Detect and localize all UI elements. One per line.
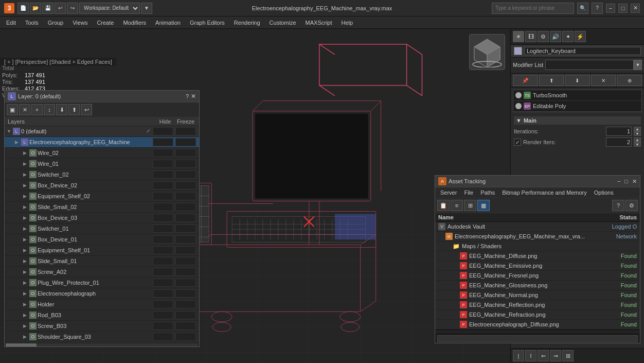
- layer-freeze-17[interactable]: [175, 311, 196, 319]
- render-iters-down[interactable]: ▼: [634, 142, 641, 147]
- layer-hide-14[interactable]: [153, 279, 173, 287]
- asset-item-2[interactable]: 📁Maps / Shaders: [435, 241, 640, 251]
- layer-hide-15[interactable]: [153, 289, 173, 298]
- asset-item-9[interactable]: PEEG_Machine_Refraction.pngFound: [435, 310, 640, 320]
- rp-bottom-5[interactable]: ⊞: [562, 350, 574, 361]
- menu-item-customize[interactable]: Customize: [265, 17, 300, 28]
- layer-freeze-5[interactable]: [175, 181, 196, 189]
- rp-bottom-1[interactable]: |: [513, 350, 524, 361]
- layer-hide-9[interactable]: [153, 224, 173, 233]
- asset-item-1[interactable]: MElectroencephalography_EEG_Machine_max_…: [435, 232, 640, 241]
- layer-item-18[interactable]: ▶OScrew_B03: [5, 321, 199, 332]
- rp-icon-3[interactable]: ⚙: [538, 31, 549, 42]
- rp-icon-4[interactable]: 🔊: [550, 31, 561, 42]
- at-btn-2[interactable]: ≡: [451, 200, 463, 211]
- asset-item-10[interactable]: PElectroencephalograph_Diffuse.pngFound: [435, 320, 640, 330]
- layer-hide-3[interactable]: [153, 160, 173, 168]
- layer-freeze-10[interactable]: [175, 235, 196, 244]
- layer-item-13[interactable]: ▶OScrew_A02: [5, 267, 199, 278]
- layer-item-2[interactable]: ▶OWire_02: [5, 148, 199, 159]
- layer-item-4[interactable]: ▶OSwitcher_02: [5, 169, 199, 180]
- asset-restore-button[interactable]: □: [624, 178, 628, 184]
- layer-freeze-6[interactable]: [175, 192, 196, 200]
- asset-item-4[interactable]: PEEG_Machine_Emissive.pngFound: [435, 261, 640, 271]
- redo-button[interactable]: ↪: [67, 3, 78, 14]
- menu-item-help[interactable]: Help: [337, 17, 357, 28]
- at-btn-1[interactable]: 📋: [437, 200, 450, 211]
- asset-menu-paths[interactable]: Paths: [477, 188, 498, 197]
- menu-item-maxscript[interactable]: MAXScript: [301, 17, 336, 28]
- layer-hide-17[interactable]: [153, 311, 173, 319]
- maximize-button[interactable]: □: [618, 4, 628, 13]
- asset-close-button[interactable]: ✕: [632, 178, 637, 185]
- mod-tool-2[interactable]: ⬇: [565, 75, 590, 86]
- minimize-button[interactable]: −: [606, 4, 615, 13]
- layer-hide-6[interactable]: [153, 192, 173, 200]
- layer-item-8[interactable]: ▶OBox_Device_03: [5, 213, 199, 223]
- asset-menu-options[interactable]: Options: [591, 188, 617, 197]
- lt-btn-type[interactable]: ▣: [7, 104, 18, 115]
- layer-item-12[interactable]: ▶OSlide_Small_01: [5, 256, 199, 267]
- layer-freeze-11[interactable]: [175, 246, 196, 254]
- layer-item-19[interactable]: ▶OShoulder_Square_03: [5, 332, 199, 342]
- mod-tool-4[interactable]: ⊕: [617, 75, 642, 86]
- layer-hide-1[interactable]: [153, 138, 173, 146]
- lt-btn-5[interactable]: ↕: [44, 104, 55, 115]
- at-btn-3[interactable]: ⊞: [464, 200, 476, 211]
- rp-icon-1[interactable]: ☀: [513, 31, 524, 42]
- undo-button[interactable]: ↩: [55, 3, 66, 14]
- modifier-list-dropdown[interactable]: ▼: [634, 60, 642, 70]
- layer-freeze-15[interactable]: [175, 289, 196, 298]
- menu-item-group[interactable]: Group: [44, 17, 68, 28]
- lt-btn-7[interactable]: ⬆: [68, 104, 80, 115]
- layer-hide-4[interactable]: [153, 170, 173, 179]
- search-button[interactable]: 🔍: [577, 3, 588, 14]
- asset-menu-file[interactable]: File: [461, 188, 476, 197]
- param-section-header[interactable]: ▼ Main: [514, 116, 641, 125]
- layer-item-15[interactable]: ▶OElectroencephalograph: [5, 288, 199, 299]
- layer-item-10[interactable]: ▶OBox_Device_01: [5, 234, 199, 245]
- layer-freeze-2[interactable]: [175, 149, 196, 157]
- modifier-list-input[interactable]: [545, 60, 634, 70]
- asset-menu-bitmap[interactable]: Bitmap Performance and Memory: [499, 188, 589, 197]
- render-iters-input[interactable]: [606, 137, 632, 147]
- workspace-dropdown[interactable]: ▼: [141, 3, 152, 14]
- modifier-item-turbosmo[interactable]: TS TurboSmooth: [513, 90, 641, 101]
- search-input[interactable]: [492, 3, 574, 14]
- layer-freeze-7[interactable]: [175, 203, 196, 211]
- menu-item-animation[interactable]: Animation: [151, 17, 185, 28]
- at-btn-help[interactable]: ?: [612, 200, 624, 211]
- rp-bottom-2[interactable]: I: [525, 350, 536, 361]
- asset-item-5[interactable]: PEEG_Machine_Fresnel.pngFound: [435, 271, 640, 281]
- menu-item-rendering[interactable]: Rendering: [230, 17, 264, 28]
- layer-freeze-12[interactable]: [175, 257, 196, 265]
- mod-tool-pin[interactable]: 📌: [513, 75, 538, 86]
- layer-item-1[interactable]: ▶LElectroencephalography_EEG_Machine: [5, 137, 199, 148]
- layers-close-button[interactable]: ✕: [191, 93, 196, 100]
- asset-item-3[interactable]: PEEG_Machine_Diffuse.pngFound: [435, 251, 640, 261]
- asset-item-6[interactable]: PEEG_Machine_Glossiness.pngFound: [435, 281, 640, 290]
- layer-hide-12[interactable]: [153, 257, 173, 265]
- rp-bottom-3[interactable]: ⇐: [538, 350, 549, 361]
- layer-freeze-14[interactable]: [175, 279, 196, 287]
- modifier-item-editpoly[interactable]: EP Editable Poly: [513, 101, 641, 112]
- layer-item-7[interactable]: ▶OSlide_Small_02: [5, 202, 199, 213]
- new-button[interactable]: 📄: [17, 3, 29, 14]
- navigation-cube[interactable]: [469, 34, 505, 70]
- object-color-swatch[interactable]: [514, 47, 522, 55]
- layer-item-9[interactable]: ▶OSwitcher_01: [5, 223, 199, 234]
- layer-hide-13[interactable]: [153, 268, 173, 276]
- layers-scrollbar-thumb[interactable]: [6, 343, 37, 347]
- lt-btn-8[interactable]: ↩: [81, 104, 92, 115]
- layer-freeze-19[interactable]: [175, 333, 196, 341]
- layer-freeze-16[interactable]: [175, 300, 196, 308]
- mod-tool-3[interactable]: ✕: [591, 75, 616, 86]
- layers-scrollbar[interactable]: [5, 342, 199, 347]
- lt-btn-add[interactable]: +: [31, 104, 43, 115]
- layer-hide-5[interactable]: [153, 181, 173, 189]
- asset-item-8[interactable]: PEEG_Machine_Reflection.pngFound: [435, 300, 640, 310]
- rp-icon-2[interactable]: 🎞: [525, 31, 536, 42]
- layer-freeze-18[interactable]: [175, 322, 196, 330]
- layers-scrollbar-track[interactable]: [6, 343, 198, 347]
- menu-item-views[interactable]: Views: [68, 17, 92, 28]
